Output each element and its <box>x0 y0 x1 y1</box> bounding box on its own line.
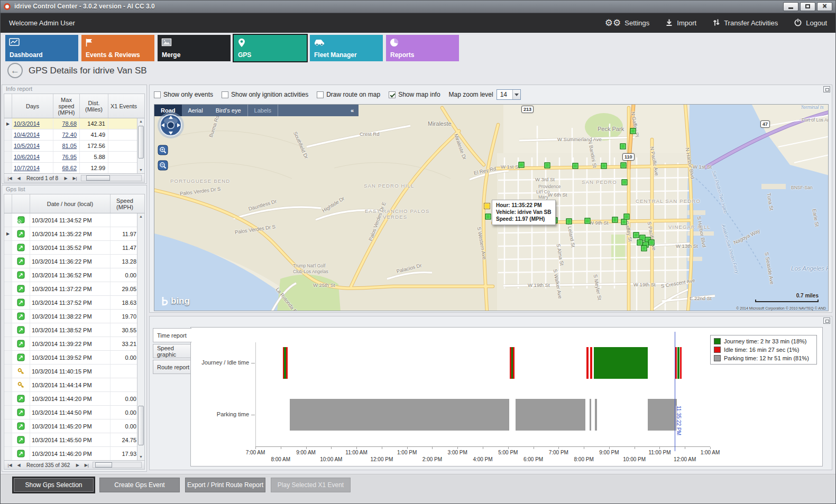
tile-merge[interactable]: Merge <box>158 35 231 61</box>
map-style-aerial-tab[interactable]: Aerial <box>182 105 209 116</box>
gps-table-row[interactable]: 10/3/2014 11:44:50 PM0.00 <box>4 406 144 419</box>
map-style-collapse-button[interactable]: « <box>346 107 359 114</box>
gps-table-row[interactable]: 10/3/2014 11:46:20 PM17.93 <box>4 447 144 461</box>
table-row[interactable]: 10/7/201468.6212.99 <box>4 163 144 174</box>
gps-marker[interactable] <box>637 240 643 246</box>
nav-first-button[interactable]: |◀ <box>5 176 14 181</box>
max-speed-link[interactable]: 78.68 <box>53 118 80 129</box>
collapse-panel-icon[interactable] <box>823 318 830 324</box>
gps-marker[interactable] <box>566 219 572 225</box>
show-gps-selection-button[interactable]: Show Gps Selection <box>13 478 94 492</box>
tab-speed-graphic[interactable]: Speed graphic <box>153 344 191 358</box>
day-link[interactable]: 10/7/2014 <box>12 163 53 173</box>
gps-table-row[interactable]: 10/3/2014 11:45:50 PM24.75 <box>4 433 144 447</box>
title-bar[interactable]: idrive Control Center - 3.0.2 version - … <box>0 0 836 13</box>
tile-dashboard[interactable]: Dashboard <box>5 35 78 61</box>
nav-last-button[interactable]: ▶| <box>82 463 91 468</box>
gps-marker[interactable] <box>633 232 639 238</box>
tile-fleet-manager[interactable]: Fleet Manager <box>310 35 383 61</box>
day-link[interactable]: 10/4/2014 <box>12 129 53 140</box>
column-header-x1-events[interactable]: X1 Events <box>108 94 139 118</box>
show-only-ignition-checkbox[interactable]: Show only ignition activities <box>222 91 308 98</box>
gps-table-row[interactable]: 10/3/2014 11:35:52 PM11.47 <box>4 241 144 255</box>
nav-last-button[interactable]: ▶| <box>70 176 79 181</box>
tile-gps[interactable]: GPS <box>234 35 307 61</box>
zoom-in-button[interactable] <box>158 145 168 155</box>
horizontal-scrollbar[interactable] <box>81 175 142 181</box>
column-header-dist[interactable]: Dist. (Miles) <box>80 94 108 118</box>
gps-table-row[interactable]: 10/3/2014 11:38:22 PM19.70 <box>4 310 144 323</box>
maximize-button[interactable] <box>800 2 815 11</box>
zoom-out-button[interactable] <box>158 160 168 171</box>
table-row[interactable]: 10/4/201472.4041.49 <box>4 129 144 141</box>
gps-marker[interactable] <box>573 163 578 169</box>
day-link[interactable]: 10/3/2014 <box>12 118 53 129</box>
gps-marker[interactable] <box>630 128 636 134</box>
table-row[interactable]: 10/5/201481.05172.56 <box>4 141 144 152</box>
scroll-up-icon[interactable]: ▲ <box>137 213 144 220</box>
gps-marker[interactable] <box>545 163 550 169</box>
map-style-labels-tab[interactable]: Labels <box>247 105 278 116</box>
create-gps-event-button[interactable]: Create Gps Event <box>99 478 180 492</box>
export-print-route-report-button[interactable]: Export / Print Route Report <box>185 478 265 492</box>
info-vscroll-thumb[interactable] <box>138 126 144 158</box>
gps-table-row[interactable]: 10/3/2014 11:44:14 PM <box>4 378 144 392</box>
gps-table-row[interactable]: 10/3/2014 11:45:20 PM0.00 <box>4 419 144 433</box>
gps-table-row[interactable]: ▶10/3/2014 11:35:22 PM11.97 <box>4 227 144 241</box>
gps-marker[interactable] <box>612 217 618 223</box>
transfer-activities-button[interactable]: Transfer Activities <box>712 18 778 28</box>
close-button[interactable] <box>817 2 832 11</box>
gps-vscroll-thumb[interactable] <box>138 406 144 445</box>
gps-marker[interactable] <box>485 214 491 220</box>
tile-reports[interactable]: Reports <box>386 35 459 61</box>
zoom-level-select[interactable]: 14 <box>497 89 521 100</box>
show-map-info-checkbox[interactable]: Show map info <box>389 91 440 98</box>
logout-button[interactable]: Logout <box>794 18 827 28</box>
gps-vertical-scrollbar[interactable]: ▲ ▼ <box>137 213 144 460</box>
settings-button[interactable]: ⚙⚙ Settings <box>605 19 649 27</box>
scroll-down-icon[interactable]: ▼ <box>137 167 144 173</box>
gps-table-row[interactable]: 10/3/2014 11:37:22 PM29.05 <box>4 282 144 296</box>
column-header-datetime[interactable]: Date / hour (local) <box>30 194 111 213</box>
selected-gps-marker[interactable] <box>484 203 490 209</box>
gps-marker[interactable] <box>621 163 627 169</box>
gps-marker[interactable] <box>621 219 627 225</box>
gps-table-row[interactable]: 10/3/2014 11:36:22 PM13.28 <box>4 255 144 268</box>
gps-marker[interactable] <box>622 180 628 185</box>
gps-marker[interactable] <box>601 163 607 169</box>
map-canvas[interactable]: MiralestePeck ParkW Summerland AveCrest … <box>154 104 829 311</box>
show-only-events-checkbox[interactable]: Show only events <box>154 91 213 98</box>
tab-route-report[interactable]: Route report <box>153 360 191 374</box>
play-selected-x1-event-button[interactable]: Play Selected X1 Event <box>271 478 351 492</box>
max-speed-link[interactable]: 72.40 <box>53 129 80 140</box>
column-header-speed[interactable]: Speed (MPH) <box>111 194 139 213</box>
scrollbar-thumb[interactable] <box>86 175 110 181</box>
gps-marker[interactable] <box>624 214 630 220</box>
gps-marker[interactable] <box>641 246 647 251</box>
gps-marker[interactable] <box>585 218 591 224</box>
gps-marker[interactable] <box>620 144 626 150</box>
gps-table-row[interactable]: 10/3/2014 11:36:52 PM0.00 <box>4 268 144 282</box>
nav-prev-button[interactable]: ◀ <box>14 176 23 181</box>
table-row[interactable]: ▶10/3/201478.68142.31 <box>4 118 144 129</box>
nav-first-button[interactable]: |◀ <box>5 463 14 468</box>
gps-table-row[interactable]: 10/3/2014 11:37:52 PM18.63 <box>4 296 144 310</box>
nav-next-button[interactable]: ▶ <box>73 463 82 468</box>
column-header-days[interactable]: Days <box>12 94 53 118</box>
import-button[interactable]: Import <box>665 18 696 28</box>
day-link[interactable]: 10/6/2014 <box>12 152 53 162</box>
gps-table-row[interactable]: 10/3/2014 11:38:52 PM30.55 <box>4 323 144 337</box>
minimize-button[interactable] <box>783 2 798 11</box>
draw-route-checkbox[interactable]: Draw route on map <box>317 91 380 98</box>
gps-table-row[interactable]: 10/3/2014 11:40:15 PM <box>4 365 144 378</box>
gps-marker[interactable] <box>649 240 655 246</box>
gps-table-row[interactable]: 10/3/2014 11:44:20 PM0.00 <box>4 392 144 406</box>
max-speed-link[interactable]: 76.95 <box>53 152 80 162</box>
nav-next-button[interactable]: ▶ <box>61 176 70 181</box>
scroll-up-icon[interactable]: ▲ <box>137 118 144 125</box>
gps-table-row[interactable]: 10/3/2014 11:39:52 PM0.00 <box>4 351 144 365</box>
tab-time-report[interactable]: Time report <box>153 328 192 342</box>
collapse-panel-icon[interactable] <box>823 86 830 92</box>
scroll-down-icon[interactable]: ▼ <box>137 454 144 460</box>
nav-prev-button[interactable]: ◀ <box>14 463 23 468</box>
